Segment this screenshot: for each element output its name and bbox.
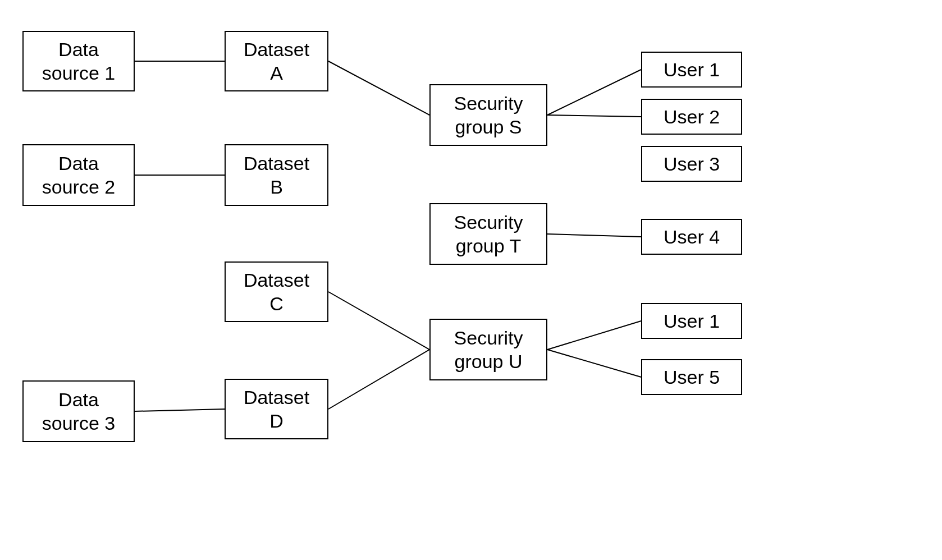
- node-dataset-d: Dataset D: [225, 379, 328, 439]
- edge-security_group_s-to-user_1a: [547, 70, 641, 115]
- node-dataset-a: Dataset A: [225, 31, 328, 91]
- edge-security_group_s-to-user_2: [547, 115, 641, 117]
- edge-dataset_a-to-security_group_s: [328, 61, 429, 115]
- node-user-5: User 5: [641, 359, 742, 395]
- node-security-group-u: Security group U: [429, 319, 547, 380]
- node-data-source-2: Data source 2: [22, 144, 135, 206]
- edge-security_group_u-to-user_5: [547, 350, 641, 377]
- edge-security_group_t-to-user_4: [547, 234, 641, 237]
- node-security-group-s: Security group S: [429, 84, 547, 146]
- node-user-4: User 4: [641, 219, 742, 255]
- edge-data_source_3-to-dataset_d: [135, 409, 225, 411]
- diagram-canvas: Data source 1 Data source 2 Data source …: [0, 0, 942, 560]
- node-security-group-t: Security group T: [429, 203, 547, 265]
- node-user-1-bottom: User 1: [641, 303, 742, 339]
- node-dataset-c: Dataset C: [225, 261, 328, 322]
- node-dataset-b: Dataset B: [225, 144, 328, 206]
- node-user-3: User 3: [641, 146, 742, 182]
- node-user-2: User 2: [641, 99, 742, 135]
- edge-dataset_c-to-security_group_u: [328, 292, 429, 350]
- edge-dataset_d-to-security_group_u: [328, 350, 429, 409]
- node-data-source-3: Data source 3: [22, 380, 135, 442]
- node-data-source-1: Data source 1: [22, 31, 135, 91]
- edge-security_group_u-to-user_1b: [547, 321, 641, 350]
- node-user-1-top: User 1: [641, 52, 742, 88]
